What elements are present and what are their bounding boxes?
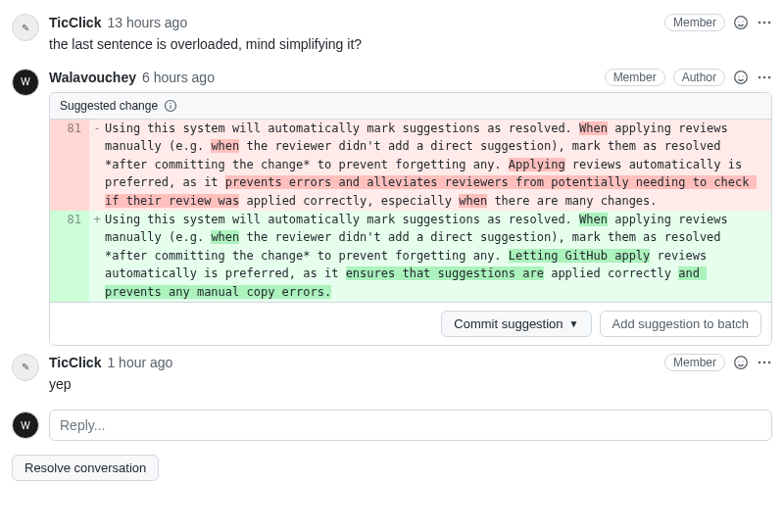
svg-point-0 xyxy=(735,17,748,29)
comment: ✎ TicClick 1 hour ago Member yep xyxy=(12,354,772,401)
avatar[interactable]: ✎ xyxy=(12,354,39,381)
member-badge: Member xyxy=(664,354,725,371)
add-reaction-icon[interactable] xyxy=(733,70,749,85)
svg-point-19 xyxy=(763,361,766,363)
suggested-change-block: Suggested change 81 - Using this system … xyxy=(49,92,772,346)
comment-time: 1 hour ago xyxy=(107,355,172,370)
kebab-menu-icon[interactable] xyxy=(757,355,772,370)
comment-author[interactable]: TicClick xyxy=(49,15,101,30)
svg-point-2 xyxy=(742,21,743,22)
author-badge: Author xyxy=(673,69,725,86)
avatar[interactable]: W xyxy=(12,69,39,96)
diff-code-old: Using this system will automatically mar… xyxy=(105,120,771,211)
svg-point-20 xyxy=(768,361,771,363)
add-reaction-icon[interactable] xyxy=(733,15,749,30)
reply-input[interactable] xyxy=(49,410,772,441)
reply-row: W xyxy=(12,410,772,441)
diff-code-new: Using this system will automatically mar… xyxy=(105,211,771,302)
comment-author[interactable]: Walavouchey xyxy=(49,70,136,85)
resolve-conversation-button[interactable]: Resolve conversation xyxy=(12,455,159,481)
kebab-menu-icon[interactable] xyxy=(757,15,772,30)
svg-point-17 xyxy=(742,361,743,362)
svg-point-7 xyxy=(738,75,739,76)
comment-time: 13 hours ago xyxy=(107,15,187,30)
comment-body: the last sentence is overloaded, mind si… xyxy=(49,35,772,55)
member-badge: Member xyxy=(605,69,665,86)
add-reaction-icon[interactable] xyxy=(733,355,749,370)
comment-time: 6 hours ago xyxy=(142,70,215,85)
chevron-down-icon: ▼ xyxy=(569,318,579,329)
line-number: 81 xyxy=(50,211,89,302)
svg-point-6 xyxy=(735,71,748,83)
member-badge: Member xyxy=(664,14,725,31)
diff-marker: + xyxy=(89,211,105,302)
svg-point-10 xyxy=(763,75,766,78)
svg-point-11 xyxy=(768,75,771,78)
add-suggestion-to-batch-button[interactable]: Add suggestion to batch xyxy=(600,311,762,337)
kebab-menu-icon[interactable] xyxy=(757,70,772,85)
info-icon[interactable] xyxy=(164,99,177,113)
svg-point-4 xyxy=(763,22,766,24)
commit-suggestion-button[interactable]: Commit suggestion ▼ xyxy=(441,311,591,337)
svg-point-16 xyxy=(738,361,739,362)
comment-author[interactable]: TicClick xyxy=(49,355,101,370)
svg-point-9 xyxy=(759,75,761,78)
svg-point-1 xyxy=(738,21,739,22)
line-number: 81 xyxy=(50,120,89,211)
diff-deletion-row: 81 - Using this system will automaticall… xyxy=(50,120,771,211)
comment: ✎ TicClick 13 hours ago Member the last … xyxy=(12,14,772,61)
commit-suggestion-label: Commit suggestion xyxy=(454,316,563,331)
svg-point-3 xyxy=(759,22,761,24)
comment: W Walavouchey 6 hours ago Member Author xyxy=(12,69,772,346)
svg-point-8 xyxy=(742,75,743,76)
avatar[interactable]: ✎ xyxy=(12,14,39,41)
svg-point-14 xyxy=(170,102,171,103)
diff-addition-row: 81 + Using this system will automaticall… xyxy=(50,211,771,302)
svg-point-5 xyxy=(768,22,771,24)
diff-marker: - xyxy=(89,120,105,211)
suggested-change-title: Suggested change xyxy=(60,99,158,113)
svg-point-15 xyxy=(735,356,748,368)
diff: 81 - Using this system will automaticall… xyxy=(50,120,771,302)
comment-body: yep xyxy=(49,375,772,395)
avatar[interactable]: W xyxy=(12,411,39,439)
svg-point-18 xyxy=(759,361,761,363)
